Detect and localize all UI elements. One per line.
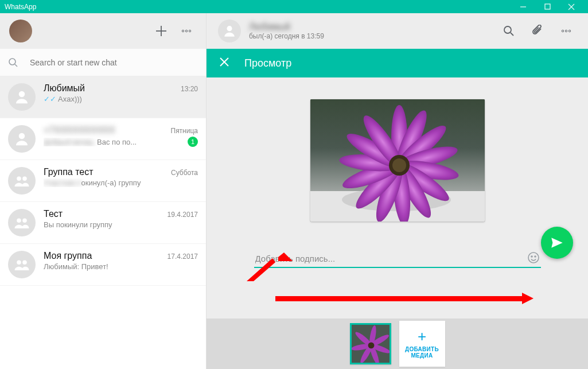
emoji-button[interactable] xyxy=(527,251,540,266)
search-in-chat-button[interactable] xyxy=(499,21,519,41)
chat-list: Любимый 13:20 ✓✓Axax))) xyxy=(0,76,206,369)
chat-name: Любимый xyxy=(44,83,181,94)
caption-row xyxy=(254,250,541,268)
chat-avatar xyxy=(8,209,36,236)
window-minimize-button[interactable] xyxy=(511,0,535,13)
svg-point-24 xyxy=(568,30,570,32)
sidebar-header xyxy=(0,13,206,49)
svg-line-10 xyxy=(15,64,17,67)
svg-point-47 xyxy=(531,256,532,257)
svg-point-13 xyxy=(17,177,21,181)
chat-name: Группа тест xyxy=(44,167,171,177)
conversation-pane: Любимый был(-а) сегодня в 13:59 Просмотр xyxy=(207,13,588,369)
svg-point-17 xyxy=(17,261,21,265)
sidebar: Любимый 13:20 ✓✓Axax))) xyxy=(0,13,207,369)
media-preview-panel: Просмотр xyxy=(207,49,588,369)
svg-rect-51 xyxy=(275,296,522,301)
search-input[interactable] xyxy=(30,58,198,67)
svg-point-9 xyxy=(9,59,15,65)
svg-point-7 xyxy=(185,30,187,32)
svg-point-48 xyxy=(535,256,536,257)
caption-input[interactable] xyxy=(254,250,541,268)
window-close-button[interactable] xyxy=(559,0,583,13)
svg-point-8 xyxy=(189,30,190,32)
chat-avatar xyxy=(8,251,36,278)
svg-point-15 xyxy=(17,219,21,223)
chat-name: +7XXXXXXXXXX xyxy=(44,125,171,135)
chat-time: Пятница xyxy=(171,127,198,135)
svg-point-20 xyxy=(504,26,511,33)
contact-avatar[interactable] xyxy=(218,20,241,42)
svg-point-46 xyxy=(528,253,539,263)
media-strip: + ДОБАВИТЬ МЕДИА xyxy=(207,318,588,369)
svg-point-14 xyxy=(22,177,27,181)
svg-point-45 xyxy=(392,158,406,172)
svg-point-6 xyxy=(182,30,184,32)
chat-preview: Любимый: Привет! xyxy=(44,262,198,271)
preview-image[interactable] xyxy=(310,99,485,222)
chat-preview: Вы покинули группу xyxy=(44,220,198,229)
preview-body xyxy=(207,77,588,318)
conversation-header: Любимый был(-а) сегодня в 13:59 xyxy=(207,13,588,49)
chat-avatar xyxy=(8,125,36,153)
chat-item[interactable]: Тест 19.4.2017 Вы покинули группу xyxy=(0,202,206,244)
plus-icon: + xyxy=(418,329,426,344)
window-maximize-button[interactable] xyxy=(535,0,559,13)
svg-point-11 xyxy=(19,91,25,98)
attach-button[interactable] xyxy=(527,21,548,41)
contact-status: был(-а) сегодня в 13:59 xyxy=(249,32,490,40)
add-media-button[interactable]: + ДОБАВИТЬ МЕДИА xyxy=(399,321,445,367)
svg-marker-52 xyxy=(522,293,534,304)
chat-item[interactable]: Группа тест Суббота Участник покинул(-а)… xyxy=(0,160,206,202)
chat-avatar xyxy=(8,83,36,111)
contact-name: Любимый xyxy=(249,22,490,32)
close-preview-button[interactable] xyxy=(219,57,229,69)
svg-line-21 xyxy=(511,33,513,36)
preview-title: Просмотр xyxy=(244,57,291,69)
svg-point-19 xyxy=(227,26,232,31)
own-avatar[interactable] xyxy=(9,20,32,42)
chat-avatar xyxy=(8,167,36,195)
window-title: WhatsApp xyxy=(5,3,511,11)
new-chat-button[interactable] xyxy=(151,21,172,41)
conversation-menu-button[interactable] xyxy=(556,21,577,41)
chat-name: Моя группа xyxy=(44,251,168,261)
unread-badge: 1 xyxy=(188,137,198,147)
chat-time: 19.4.2017 xyxy=(168,211,198,219)
chat-time: 13:20 xyxy=(181,85,198,93)
send-button[interactable] xyxy=(541,227,573,259)
menu-button[interactable] xyxy=(176,21,197,41)
chat-preview: ✓✓Axax))) xyxy=(44,95,198,103)
search-icon xyxy=(8,57,18,68)
window-titlebar: WhatsApp xyxy=(0,0,588,13)
search-row xyxy=(0,49,206,76)
svg-point-22 xyxy=(562,30,563,32)
chat-time: 17.4.2017 xyxy=(168,253,198,261)
preview-header: Просмотр xyxy=(207,49,588,77)
chat-name: Тест xyxy=(44,209,168,219)
chat-preview: Участник покинул(-а) группу xyxy=(44,178,198,187)
add-media-label: ДОБАВИТЬ МЕДИА xyxy=(399,346,445,359)
svg-point-18 xyxy=(22,261,27,265)
annotation-arrow-icon xyxy=(275,293,534,304)
svg-point-16 xyxy=(22,219,27,223)
chat-time: Суббота xyxy=(171,169,198,177)
media-thumbnail[interactable] xyxy=(350,323,391,364)
chat-preview: Добрый вечер, Вас по по... xyxy=(44,138,184,146)
chat-item[interactable]: Любимый 13:20 ✓✓Axax))) xyxy=(0,76,206,118)
svg-point-61 xyxy=(368,342,374,348)
svg-point-12 xyxy=(19,133,25,139)
svg-rect-1 xyxy=(545,4,550,9)
svg-point-23 xyxy=(565,30,567,32)
read-ticks-icon: ✓✓ xyxy=(44,95,56,103)
chat-item[interactable]: Моя группа 17.4.2017 Любимый: Привет! xyxy=(0,244,206,286)
chat-item[interactable]: +7XXXXXXXXXX Пятница Добрый вечер, Вас п… xyxy=(0,118,206,160)
